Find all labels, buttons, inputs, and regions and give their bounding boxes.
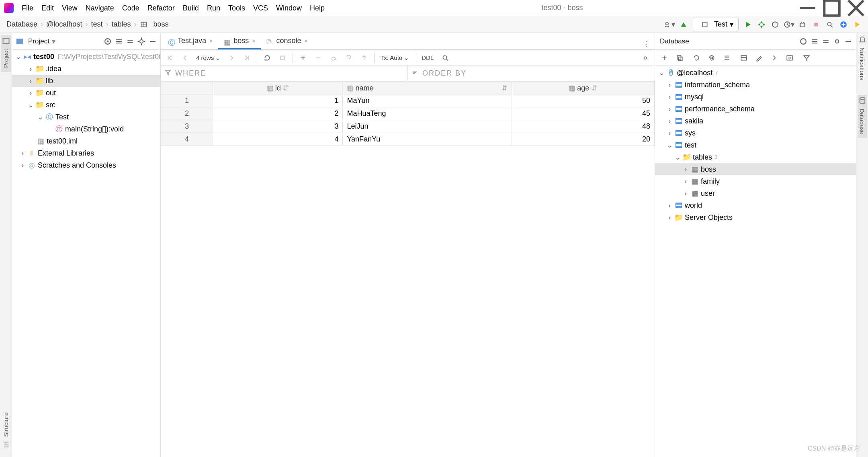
tab-boss[interactable]: ▦boss× — [218, 33, 261, 49]
tree-node[interactable]: ›📁out — [12, 87, 160, 99]
refresh-icon[interactable] — [691, 52, 702, 64]
table-row[interactable]: 2 2 MaHuaTeng 45 — [161, 107, 655, 120]
select-opened-icon[interactable] — [799, 37, 808, 46]
menu-edit[interactable]: Edit — [37, 0, 58, 16]
chevron-right-icon[interactable]: › — [682, 190, 689, 197]
stop-button[interactable] — [811, 19, 822, 30]
breadcrumb-item[interactable]: tables — [109, 20, 133, 29]
stop-refresh-icon[interactable] — [706, 52, 717, 64]
revert-icon[interactable] — [328, 52, 339, 64]
breadcrumb-item[interactable]: Database — [4, 20, 40, 29]
coverage-button[interactable] — [770, 19, 781, 30]
project-tree[interactable]: ⌄ ▸◂ test00 F:\MyProjects\TestMySQL\test… — [12, 50, 160, 457]
delete-row-icon[interactable] — [313, 52, 324, 64]
tree-node[interactable]: ▦test00.iml — [12, 135, 160, 147]
tree-node[interactable]: ›📁lib — [12, 75, 160, 87]
row-number[interactable]: 3 — [161, 120, 213, 133]
chevron-down-icon[interactable]: ⌄ — [666, 142, 673, 148]
chevron-right-icon[interactable]: › — [666, 118, 673, 124]
stop-icon[interactable] — [277, 52, 288, 64]
cell-id[interactable]: 4 — [213, 133, 343, 146]
result-table[interactable]: ▦id ⇵ ▦name ⇵ ▦age ⇵ 1 1 MaYun 502 2 MaH… — [161, 81, 655, 146]
table-node-family[interactable]: ›▦family — [655, 175, 856, 187]
database-tree[interactable]: ⌄🛢@localhost7 ›information_schema ›mysql… — [655, 66, 856, 457]
chevron-right-icon[interactable]: › — [27, 66, 34, 72]
cell-age[interactable]: 48 — [512, 120, 655, 133]
tree-node[interactable]: ⌄📁src — [12, 99, 160, 111]
ide-features-icon[interactable] — [852, 19, 863, 30]
gutter-database[interactable]: Database — [858, 95, 867, 138]
datasource-node[interactable]: ⌄🛢@localhost7 — [655, 67, 856, 79]
next-page-icon[interactable] — [226, 52, 237, 64]
first-page-icon[interactable] — [164, 52, 176, 64]
submit-icon[interactable] — [358, 52, 370, 64]
chevron-right-icon[interactable]: › — [19, 150, 26, 156]
menu-run[interactable]: Run — [203, 0, 224, 16]
tree-node[interactable]: ›⫴External Libraries — [12, 147, 160, 159]
close-icon[interactable]: × — [305, 38, 308, 44]
chevron-right-icon[interactable]: › — [27, 78, 34, 84]
attach-button[interactable] — [797, 19, 808, 30]
row-count[interactable]: 4 rows ⌄ — [194, 54, 223, 61]
menu-build[interactable]: Build — [179, 0, 203, 16]
debug-button[interactable] — [756, 19, 767, 30]
tree-node[interactable]: ›📁.idea — [12, 63, 160, 75]
table-node-user[interactable]: ›▦user — [655, 187, 856, 199]
where-filter[interactable]: WHERE — [161, 66, 407, 81]
more-tabs-icon[interactable]: ⋮ — [641, 38, 652, 49]
tx-mode[interactable]: Tx: Auto ⌄ — [378, 54, 411, 61]
tab-test-java[interactable]: ⒸTest.java× — [162, 33, 218, 49]
build-icon[interactable] — [678, 19, 689, 30]
rollback-icon[interactable] — [721, 52, 733, 64]
table-view-icon[interactable] — [738, 52, 749, 64]
schema-node[interactable]: ›mysql — [655, 91, 856, 103]
query-console-icon[interactable]: QL — [784, 52, 795, 64]
tree-node[interactable]: ›◎Scratches and Consoles — [12, 159, 160, 171]
schema-node[interactable]: ⌄test — [655, 139, 856, 151]
tree-root[interactable]: ⌄ ▸◂ test00 F:\MyProjects\TestMySQL\test… — [12, 51, 160, 63]
chevron-right-icon[interactable]: › — [682, 178, 689, 184]
chevron-right-icon[interactable]: › — [666, 82, 673, 88]
menu-refactor[interactable]: Refactor — [143, 0, 179, 16]
cell-id[interactable]: 3 — [213, 120, 343, 133]
chevron-right-icon[interactable]: › — [27, 90, 34, 96]
schema-node[interactable]: ›sakila — [655, 115, 856, 127]
edit-icon[interactable] — [753, 52, 765, 64]
chevron-down-icon[interactable]: ⌄ — [674, 154, 681, 160]
chevron-down-icon[interactable]: ⌄ — [37, 114, 43, 120]
run-button[interactable] — [742, 19, 753, 30]
tree-node[interactable]: ⌄ⒸTest — [12, 111, 160, 123]
settings-icon[interactable] — [137, 37, 146, 46]
table-row[interactable]: 3 3 LeiJun 48 — [161, 120, 655, 133]
chevron-down-icon[interactable]: ⌄ — [15, 53, 21, 60]
maximize-button[interactable] — [820, 0, 844, 16]
table-node-boss[interactable]: ›▦boss — [655, 163, 856, 175]
schema-node[interactable]: ›world — [655, 199, 856, 211]
chevron-right-icon[interactable]: › — [666, 94, 673, 100]
close-icon[interactable]: × — [252, 38, 255, 44]
corner-cell[interactable] — [161, 82, 213, 94]
ddl-button[interactable]: DDL — [418, 54, 437, 61]
chevron-right-icon[interactable]: › — [682, 166, 689, 172]
add-row-icon[interactable] — [297, 52, 309, 64]
chevron-right-icon[interactable]: › — [666, 202, 673, 209]
dropdown-icon[interactable]: ▾ — [52, 37, 55, 46]
breadcrumb-item[interactable]: @localhost — [44, 20, 84, 29]
menu-help[interactable]: Help — [306, 0, 329, 16]
menu-navigate[interactable]: Navigate — [82, 0, 118, 16]
minimize-button[interactable] — [796, 0, 820, 16]
hide-icon[interactable] — [148, 37, 157, 46]
menu-view[interactable]: View — [58, 0, 82, 16]
cell-name[interactable]: LeiJun — [343, 120, 512, 133]
column-header-age[interactable]: ▦age ⇵ — [512, 82, 655, 94]
chevron-right-icon[interactable]: › — [666, 130, 673, 136]
server-objects-node[interactable]: ›📁Server Objects — [655, 211, 856, 223]
cell-name[interactable]: MaHuaTeng — [343, 107, 512, 120]
chevron-right-icon[interactable]: › — [19, 162, 26, 168]
commit-icon[interactable] — [343, 52, 354, 64]
menu-code[interactable]: Code — [118, 0, 143, 16]
add-datasource-icon[interactable] — [659, 52, 670, 64]
expand-all-icon[interactable] — [810, 37, 819, 46]
filter-icon[interactable] — [801, 52, 812, 64]
code-with-me-icon[interactable]: ▾ — [664, 19, 676, 30]
